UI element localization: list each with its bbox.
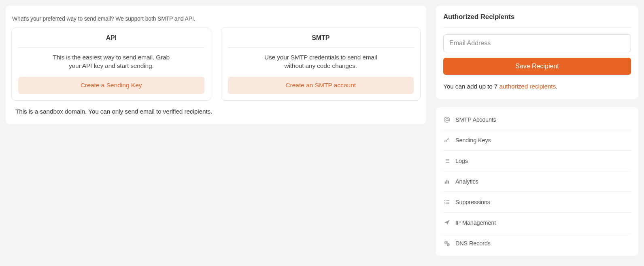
email-address-input[interactable]	[443, 34, 631, 52]
email-setup-panel: What's your preferred way to send email?…	[6, 6, 426, 124]
recipients-title: Authorized Recipients	[443, 13, 631, 28]
key-icon	[443, 137, 451, 144]
create-smtp-account-button[interactable]: Create an SMTP account	[228, 77, 414, 94]
nav-label: Logs	[455, 158, 468, 164]
save-recipient-button[interactable]: Save Recipient	[443, 58, 631, 75]
sandbox-note: This is a sandbox domain. You can only s…	[15, 108, 421, 115]
nav-ip-management[interactable]: IP Management	[443, 213, 631, 233]
nav-label: DNS Records	[455, 240, 491, 247]
nav-label: IP Management	[455, 220, 496, 226]
smtp-card-title: SMTP	[228, 34, 414, 48]
api-card-title: API	[18, 34, 204, 48]
nav-smtp-accounts[interactable]: SMTP Accounts	[443, 110, 631, 130]
nav-label: Sending Keys	[455, 137, 491, 144]
svg-rect-10	[448, 181, 449, 184]
authorized-recipients-panel: Authorized Recipients Save Recipient You…	[436, 6, 638, 99]
recipient-limit-note: You can add up to 7 authorized recipient…	[443, 83, 631, 90]
nav-analytics[interactable]: Analytics	[443, 171, 631, 192]
svg-rect-9	[446, 180, 448, 184]
intro-text: What's your preferred way to send email?…	[12, 15, 421, 22]
checklist-icon	[443, 198, 451, 206]
svg-point-0	[446, 118, 448, 120]
svg-point-17	[448, 245, 448, 245]
api-card-desc: This is the easiest way to send email. G…	[47, 53, 176, 70]
svg-point-15	[446, 242, 446, 243]
list-icon	[443, 157, 451, 165]
at-sign-icon	[443, 116, 451, 123]
authorized-recipients-link[interactable]: authorized recipients	[499, 83, 556, 90]
nav-sending-keys[interactable]: Sending Keys	[443, 130, 631, 151]
gears-icon	[443, 240, 451, 247]
nav-label: Analytics	[455, 178, 478, 185]
nav-label: Suppressions	[455, 199, 490, 205]
svg-rect-8	[445, 182, 446, 184]
nav-label: SMTP Accounts	[455, 116, 496, 123]
navigation-icon	[443, 219, 451, 226]
smtp-card-desc: Use your SMTP credentials to send email …	[256, 53, 385, 70]
nav-suppressions[interactable]: Suppressions	[443, 192, 631, 213]
settings-nav-panel: SMTP Accounts Sending Keys Logs Analytic…	[436, 107, 638, 256]
limit-suffix: .	[556, 83, 557, 90]
smtp-card: SMTP Use your SMTP credentials to send e…	[221, 27, 421, 101]
nav-logs[interactable]: Logs	[443, 151, 631, 171]
limit-prefix: You can add up to 7	[443, 83, 499, 90]
create-sending-key-button[interactable]: Create a Sending Key	[18, 77, 204, 94]
api-card: API This is the easiest way to send emai…	[11, 27, 211, 101]
nav-dns-records[interactable]: DNS Records	[443, 233, 631, 253]
bar-chart-icon	[443, 178, 451, 185]
